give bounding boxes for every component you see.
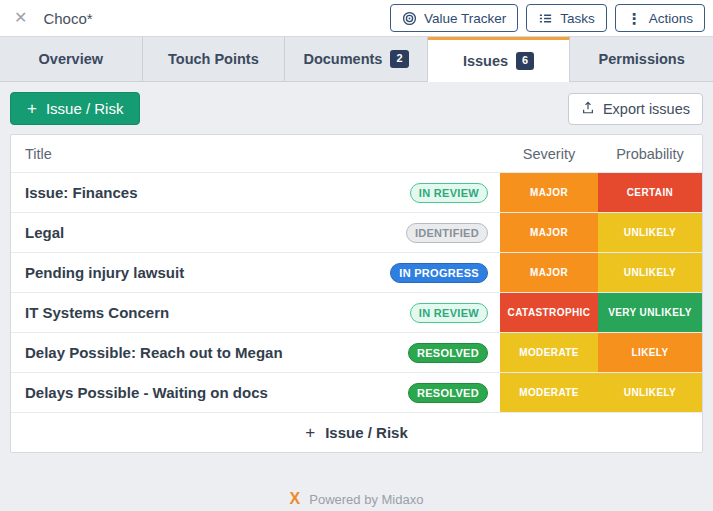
- issue-title: Pending injury lawsuit: [25, 264, 184, 281]
- probability-cell[interactable]: UNLIKELY: [598, 213, 702, 252]
- issues-panel: + Issue / Risk Export issues Title Sever…: [0, 82, 713, 511]
- table-row[interactable]: Legal IDENTIFIED MAJOR UNLIKELY: [11, 212, 702, 252]
- table-row[interactable]: Delays Possible - Waiting on docs RESOLV…: [11, 372, 702, 412]
- deal-title: Choco*: [43, 10, 92, 27]
- add-issue-risk-row-button[interactable]: + Issue / Risk: [11, 412, 702, 452]
- export-issues-button[interactable]: Export issues: [568, 93, 703, 125]
- tab-documents[interactable]: Documents 2: [285, 37, 428, 82]
- issues-toolbar: + Issue / Risk Export issues: [10, 92, 703, 125]
- tab-touch-points-label: Touch Points: [168, 51, 259, 67]
- column-header-probability: Probability: [598, 146, 702, 162]
- tasks-label: Tasks: [560, 11, 595, 26]
- severity-cell[interactable]: MODERATE: [500, 333, 598, 372]
- tab-bar: Overview Touch Points Documents 2 Issues…: [0, 37, 713, 82]
- severity-cell[interactable]: MAJOR: [500, 173, 598, 212]
- tab-issues-label: Issues: [463, 53, 508, 69]
- kebab-icon: ⋮: [627, 11, 642, 26]
- export-issues-label: Export issues: [603, 101, 690, 117]
- issue-title: Delay Possible: Reach out to Megan: [25, 344, 283, 361]
- tab-documents-label: Documents: [303, 51, 382, 67]
- tab-overview-label: Overview: [39, 51, 104, 67]
- issue-title: Delays Possible - Waiting on docs: [25, 384, 268, 401]
- status-badge: RESOLVED: [408, 343, 488, 363]
- tab-permissions[interactable]: Permissions: [570, 37, 713, 82]
- issues-table: Title Severity Probability Issue: Financ…: [10, 134, 703, 453]
- tab-touch-points[interactable]: Touch Points: [143, 37, 286, 82]
- table-row[interactable]: Delay Possible: Reach out to Megan RESOL…: [11, 332, 702, 372]
- add-issue-risk-label: Issue / Risk: [46, 100, 124, 117]
- probability-cell[interactable]: LIKELY: [598, 333, 702, 372]
- actions-label: Actions: [649, 11, 693, 26]
- issues-count-badge: 6: [516, 52, 534, 69]
- probability-cell[interactable]: CERTAIN: [598, 173, 702, 212]
- plus-icon: +: [305, 423, 315, 443]
- status-badge: IDENTIFIED: [406, 223, 488, 243]
- probability-cell[interactable]: VERY UNLIKELY: [598, 293, 702, 332]
- status-badge: RESOLVED: [408, 383, 488, 403]
- tab-overview[interactable]: Overview: [0, 37, 143, 82]
- close-icon[interactable]: ✕: [14, 10, 27, 26]
- top-bar: ✕ Choco* Value Tracker Tasks ⋮ Actions: [0, 0, 713, 37]
- severity-cell[interactable]: CATASTROPHIC: [500, 293, 598, 332]
- column-header-title: Title: [11, 146, 500, 162]
- table-row[interactable]: Issue: Finances IN REVIEW MAJOR CERTAIN: [11, 172, 702, 212]
- documents-count-badge: 2: [390, 50, 408, 67]
- midaxo-logo-icon: X: [290, 490, 301, 508]
- column-header-severity: Severity: [500, 146, 598, 162]
- add-issue-risk-button[interactable]: + Issue / Risk: [10, 92, 140, 125]
- status-badge: IN REVIEW: [410, 303, 488, 323]
- powered-by-footer: X Powered by Midaxo: [10, 490, 703, 508]
- status-badge: IN PROGRESS: [390, 263, 488, 283]
- issue-title: IT Systems Concern: [25, 304, 169, 321]
- table-row[interactable]: IT Systems Concern IN REVIEW CATASTROPHI…: [11, 292, 702, 332]
- add-issue-risk-row-label: Issue / Risk: [325, 424, 408, 441]
- issue-title: Legal: [25, 224, 64, 241]
- severity-cell[interactable]: MAJOR: [500, 213, 598, 252]
- severity-cell[interactable]: MODERATE: [500, 373, 598, 412]
- target-icon: [402, 11, 417, 26]
- probability-cell[interactable]: UNLIKELY: [598, 253, 702, 292]
- probability-cell[interactable]: UNLIKELY: [598, 373, 702, 412]
- table-header: Title Severity Probability: [11, 135, 702, 172]
- plus-icon: +: [27, 100, 37, 117]
- issue-title: Issue: Finances: [25, 184, 138, 201]
- export-icon: [581, 100, 595, 118]
- topbar-actions: Value Tracker Tasks ⋮ Actions: [390, 4, 705, 32]
- value-tracker-label: Value Tracker: [424, 11, 506, 26]
- task-list-icon: [538, 11, 553, 26]
- tasks-button[interactable]: Tasks: [526, 4, 607, 32]
- status-badge: IN REVIEW: [410, 183, 488, 203]
- powered-by-label: Powered by Midaxo: [309, 492, 423, 507]
- tab-issues[interactable]: Issues 6: [428, 37, 571, 82]
- table-row[interactable]: Pending injury lawsuit IN PROGRESS MAJOR…: [11, 252, 702, 292]
- tab-permissions-label: Permissions: [599, 51, 685, 67]
- actions-button[interactable]: ⋮ Actions: [615, 4, 705, 32]
- value-tracker-button[interactable]: Value Tracker: [390, 4, 518, 32]
- severity-cell[interactable]: MAJOR: [500, 253, 598, 292]
